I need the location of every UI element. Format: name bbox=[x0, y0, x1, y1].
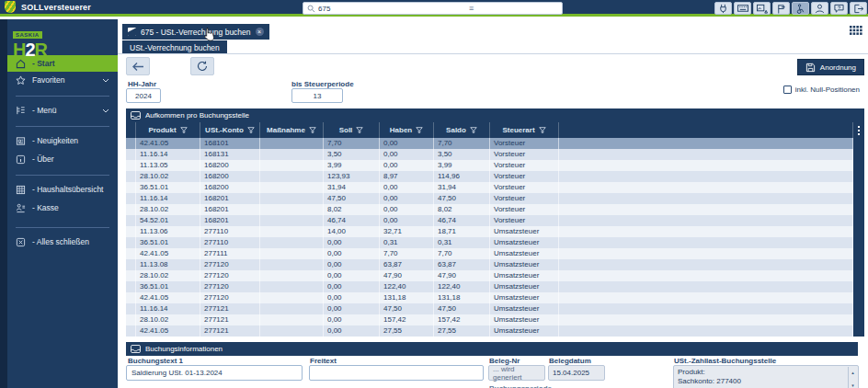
step-down-icon[interactable]: ▾ bbox=[851, 381, 854, 388]
table-row[interactable]: 36.51.0116820031,940,0031,94Vorsteuer bbox=[126, 182, 853, 193]
table-row[interactable]: 28.10.02168200123,938,97114,96Vorsteuer bbox=[126, 171, 853, 182]
column-header[interactable]: Saldo bbox=[434, 122, 490, 138]
table-row[interactable]: 36.51.012771100,000,310,31Umsatzsteuer bbox=[126, 237, 853, 248]
column-header[interactable]: Maßnahme bbox=[260, 122, 324, 138]
accessibility-icon[interactable] bbox=[792, 2, 809, 15]
table-row[interactable]: 28.10.022771210,00157,42157,42Umsatzsteu… bbox=[126, 314, 853, 325]
column-header[interactable]: Haben bbox=[380, 122, 434, 138]
row-selector-cell bbox=[126, 292, 136, 303]
row-selector-cell bbox=[126, 138, 136, 149]
table-row[interactable]: 11.16.1416820147,500,0047,50Vorsteuer bbox=[126, 193, 853, 204]
table-row[interactable]: 42.41.052771210,0027,5527,55Umsatzsteuer bbox=[126, 325, 853, 337]
table-row[interactable]: 42.41.051681017,700,007,70Vorsteuer bbox=[126, 138, 853, 149]
plug-icon[interactable] bbox=[714, 2, 732, 15]
table-cell bbox=[260, 160, 324, 171]
table-row[interactable]: 11.13.051682003,990,003,99Vorsteuer bbox=[126, 160, 853, 171]
table-cell: 31,94 bbox=[434, 182, 490, 193]
table-row[interactable]: 42.41.052771110,007,707,70Umsatzsteuer bbox=[126, 248, 853, 259]
table-row[interactable]: 11.13.0627711014,0032,7118,71Umsatzsteue… bbox=[126, 226, 853, 237]
table-cell: 277121 bbox=[200, 325, 260, 337]
table-cell: 157,42 bbox=[434, 314, 490, 325]
steuerperiode-input[interactable]: 13 bbox=[291, 88, 343, 103]
zahllast-buchungsstelle-box[interactable]: Produkt: Sachkonto: 277400 ▴▾ bbox=[673, 365, 859, 388]
keyboard-icon[interactable] bbox=[734, 2, 751, 15]
table-row[interactable]: 11.13.082771200,0063,8763,87Umsatzsteuer bbox=[126, 259, 853, 270]
app-grid-icon[interactable] bbox=[850, 26, 862, 36]
section-title: Buchungsinformationen bbox=[145, 345, 223, 353]
table-cell: 47,50 bbox=[434, 303, 490, 314]
column-header[interactable]: Soll bbox=[324, 122, 380, 138]
sidebar-item-start[interactable]: - Start bbox=[7, 55, 118, 72]
filter-funnel-icon[interactable] bbox=[309, 127, 316, 133]
column-header[interactable]: USt.-Konto bbox=[200, 122, 260, 138]
table-cell: 277111 bbox=[200, 248, 260, 259]
column-header[interactable]: Produkt bbox=[136, 122, 200, 138]
table-cell: 63,87 bbox=[380, 259, 434, 270]
sidebar-item-menu[interactable]: - Menü bbox=[7, 102, 118, 119]
freitext-input[interactable] bbox=[309, 365, 484, 381]
table-cell: 277120 bbox=[200, 292, 260, 303]
stepper-control[interactable]: ▴▾ bbox=[848, 367, 857, 388]
row-filler-cell bbox=[559, 270, 853, 281]
table-row[interactable]: 11.16.142771210,0047,5047,50Umsatzsteuer bbox=[126, 303, 853, 314]
subtab-ust-verrechnung[interactable]: USt.-Verrechnung buchen bbox=[122, 40, 227, 54]
table-row[interactable]: 11.16.141681313,500,003,50Vorsteuer bbox=[126, 149, 853, 160]
table-row[interactable]: 42.41.052771200,00131,18131,18Umsatzsteu… bbox=[126, 292, 853, 303]
sidebar-item-kasse[interactable]: - Kasse bbox=[7, 200, 118, 216]
table-row[interactable]: 54.52.0116820146,740,0046,74Vorsteuer bbox=[126, 215, 853, 226]
search-value: 675 bbox=[318, 5, 330, 13]
anordnung-button[interactable]: Anordnung bbox=[797, 59, 864, 75]
sidebar-item-neuigkeiten[interactable]: - Neuigkeiten bbox=[7, 132, 118, 149]
image-warning-icon[interactable] bbox=[753, 2, 771, 15]
row-filler-cell bbox=[559, 182, 853, 193]
cash-desk-icon bbox=[16, 203, 26, 213]
filter-funnel-icon[interactable] bbox=[470, 127, 477, 133]
aufkommen-section-header: Aufkommen pro Buchungsstelle bbox=[126, 108, 864, 122]
sidebar-divider bbox=[16, 227, 109, 228]
tab-close-icon[interactable]: × bbox=[256, 28, 264, 36]
logout-icon[interactable] bbox=[850, 2, 867, 15]
refresh-button[interactable] bbox=[190, 57, 214, 75]
flag-icon[interactable] bbox=[772, 2, 790, 15]
table-cell: 28.10.02 bbox=[136, 270, 200, 281]
table-cell: 28.10.02 bbox=[136, 204, 200, 215]
back-button[interactable] bbox=[126, 57, 150, 75]
table-cell: 0,00 bbox=[380, 182, 434, 193]
sidebar-item-haushaltsuebersicht[interactable]: - Haushaltsübersicht bbox=[7, 181, 118, 198]
filter-funnel-icon[interactable] bbox=[539, 127, 546, 133]
help-chat-icon[interactable] bbox=[830, 2, 848, 15]
section-title: Aufkommen pro Buchungsstelle bbox=[145, 111, 249, 120]
table-cell bbox=[260, 171, 324, 182]
column-header[interactable]: Steuerart bbox=[490, 122, 559, 138]
filter-funnel-icon[interactable] bbox=[247, 127, 255, 133]
row-filler-cell bbox=[559, 226, 853, 237]
user-icon[interactable] bbox=[811, 2, 828, 15]
tab-ust-verrechnung[interactable]: 675 - USt.-Verrechnung buchen × bbox=[122, 24, 269, 40]
saxony-shield-icon bbox=[5, 1, 16, 13]
table-row[interactable]: 36.51.012771200,00122,40122,40Umsatzsteu… bbox=[126, 281, 853, 292]
filter-funnel-icon[interactable] bbox=[356, 127, 363, 133]
collapsed-panel-handle[interactable] bbox=[853, 122, 864, 337]
step-up-icon[interactable]: ▴ bbox=[851, 368, 854, 377]
null-positionen-checkbox[interactable] bbox=[783, 86, 792, 94]
star-icon bbox=[16, 75, 26, 86]
table-cell bbox=[260, 237, 324, 248]
table-row[interactable]: 28.10.021682018,020,008,02Vorsteuer bbox=[126, 204, 853, 215]
sidebar-item-ueber[interactable]: - Über bbox=[7, 151, 118, 167]
subtab-label: USt.-Verrechnung buchen bbox=[130, 43, 220, 52]
table-cell: 0,31 bbox=[434, 237, 490, 248]
table-cell: 46,74 bbox=[434, 215, 490, 226]
table-cell bbox=[260, 204, 324, 215]
global-search-input[interactable]: 675 ≡ bbox=[303, 2, 563, 15]
table-cell: 27,55 bbox=[434, 325, 490, 337]
table-cell: 28.10.02 bbox=[136, 171, 200, 182]
sidebar-item-alles-schliessen[interactable]: - Alles schließen bbox=[7, 234, 118, 250]
filter-funnel-icon[interactable] bbox=[180, 127, 188, 133]
sidebar-item-favoriten[interactable]: Favoriten bbox=[7, 72, 118, 88]
buchungstext-input[interactable]: Saldierung USt. 01-13.2024 bbox=[126, 365, 303, 381]
hh-jahr-input[interactable]: 2024 bbox=[126, 88, 161, 103]
zahllast-line1: Produkt: bbox=[678, 368, 705, 377]
filter-funnel-icon[interactable] bbox=[416, 127, 423, 133]
search-menu-icon[interactable]: ≡ bbox=[469, 4, 474, 13]
table-row[interactable]: 28.10.022771200,0047,9047,90Umsatzsteuer bbox=[126, 270, 853, 281]
